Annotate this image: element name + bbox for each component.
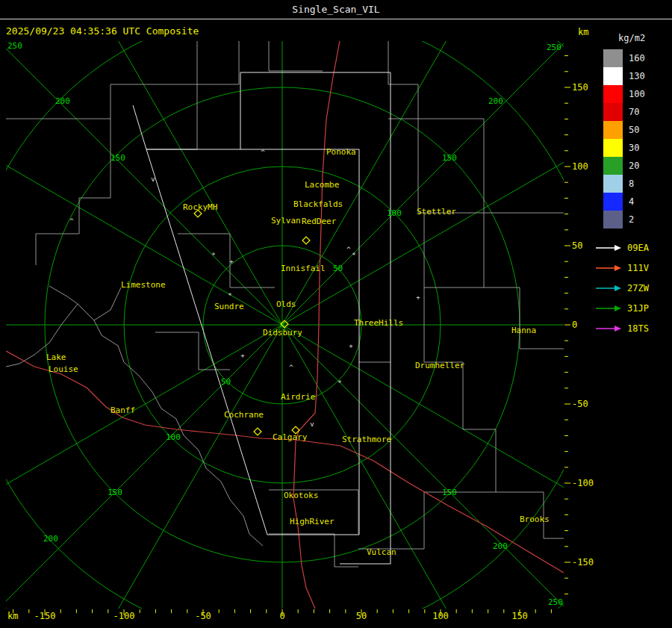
place-label: Vulcan [367,547,396,557]
track-arrow-head [615,285,621,291]
place-label: RedDeer [302,217,337,226]
storm-track-row: 111V [596,258,649,278]
ring-distance-label: 50 [333,264,343,273]
right-axis-label: 0 [572,320,577,330]
track-arrow-icon [596,325,623,332]
storm-track-legend: 09EA111V27ZW31JP18TS [596,237,649,338]
track-id-label: 09EA [627,243,649,253]
colorbar-row: 30 [603,139,645,157]
place-label: Cochrane [224,410,264,420]
right-axis-label: -50 [572,399,588,409]
colorbar-value: 160 [629,53,645,63]
colorbar-swatch [603,85,623,103]
track-id-label: 31JP [627,303,649,314]
place-label: Sylvan [271,216,301,226]
colorbar-swatch [603,157,623,175]
bottom-axis: -150-100-50050100150 [13,609,552,621]
place-label: Blackfalds [293,199,343,209]
ring-distance-label: 100 [166,432,181,442]
place-label: Sundre [214,302,244,311]
station-marker: + [416,293,420,301]
radar-map: 2502001502502001501005050100150200150200… [6,41,596,625]
ring-distance-label: 250 [548,597,563,607]
timestamp-label: 2025/09/23 04:35:36 UTC Composite [6,25,199,37]
window-title: Single_Scan_VIL [292,4,379,15]
bottom-axis-unit-label: km [7,611,18,621]
colorbar-swatch [603,49,623,67]
track-id-label: 27ZW [627,283,649,293]
county-boundary [6,41,197,119]
azimuth-line [79,325,283,625]
colorbar-swatch [603,139,623,157]
track-id-label: 18TS [627,323,649,334]
station-marker: * [337,379,341,387]
colorbar-row: 4 [603,193,645,211]
colorbar-value: 4 [629,196,634,207]
colorbar-swatch [603,211,623,228]
right-axis-label: -100 [572,478,594,488]
place-label: Limestone [121,280,166,290]
place-label: Louise [49,364,78,374]
station-marker: v [151,175,155,183]
track-arrow-icon [596,305,623,312]
place-label: ThreeHills [354,318,403,328]
station-marker: * [211,252,215,259]
track-arrow-icon [596,244,623,252]
right-axis-label: 150 [572,82,588,93]
right-axis-label: -150 [572,557,594,568]
radar-app-window: Single_Scan_VIL 2025/09/23 04:35:36 UTC … [0,0,672,628]
place-label: Okotoks [284,491,318,500]
right-axis-unit-label: km [578,27,588,37]
place-label: Stettler [417,207,456,217]
colorbar-row: 70 [603,103,645,121]
colorbar-value: 130 [629,71,645,81]
colorbar-value: 50 [629,125,639,135]
storm-track-row: 27ZW [596,278,649,298]
station-marker: ^ [346,246,351,253]
place-label: Innisfail [281,264,326,273]
place-label: Banff [111,405,135,415]
colorbar-swatch [603,121,623,139]
county-boundary [155,332,230,370]
place-label: Brooks [520,514,550,524]
colorbar-row: 100 [603,85,645,103]
azimuth-line [282,325,596,529]
ring-distance-label: 200 [488,96,503,106]
ring-distance-label: 50 [221,377,231,387]
azimuth-line [6,122,282,326]
track-arrow-head [615,305,621,311]
place-label: Lacombe [305,180,339,190]
colorbar-row: 8 [603,175,645,193]
colorbar-value: 30 [629,143,639,153]
colorbar-row: 2 [603,211,645,228]
ring-distance-label: 100 [387,208,402,218]
colorbar-swatch [603,67,623,85]
colorbar-swatch [603,175,623,193]
place-label: Strathmore [342,435,391,444]
azimuth-line [79,41,283,325]
right-axis: 150100500-50-100-150 [564,56,594,594]
station-marker: + [229,258,234,265]
ring-distance-label: 250 [7,41,22,51]
station-marker: * [228,292,231,299]
colorbar-value: 70 [629,107,639,117]
radar-site-diamond [254,428,261,435]
county-boundary [94,287,121,320]
place-label: HighRiver [290,517,335,526]
azimuth-line [6,325,282,612]
colorbar-row: 160 [603,49,645,67]
station-marker: ^ [261,149,265,156]
track-id-label: 111V [627,263,649,273]
ring-distance-label: 150 [108,488,122,497]
radar-site-diamond [302,237,310,244]
ring-distance-label: 200 [55,96,70,106]
county-boundary [178,234,275,287]
colorbar-unit-label: kg/m2 [618,33,645,43]
colorbar-row: 130 [603,67,645,85]
colorbar-value: 100 [629,89,645,99]
colorbar-swatch [603,103,623,121]
colorbar-value: 8 [629,178,634,189]
place-label: Didsbury [263,328,302,338]
ring-distance-label: 150 [111,153,125,163]
station-marker: + [349,342,353,349]
